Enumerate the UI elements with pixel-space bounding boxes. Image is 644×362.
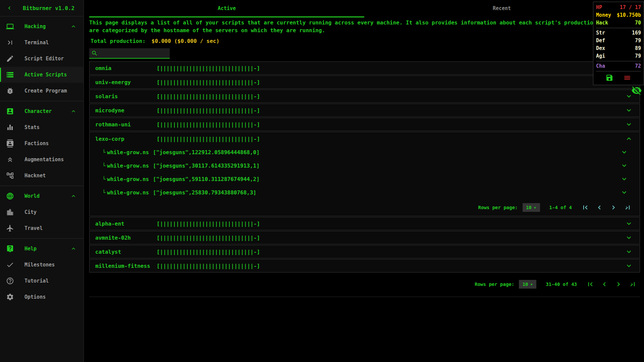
script-args: ["joesguns",59110.311287674944,2] [153, 176, 620, 182]
sidebar-item-active-scripts[interactable]: Active Scripts [0, 67, 84, 83]
overview-divider [596, 71, 641, 71]
sidebar-item-character[interactable]: Character [0, 103, 84, 119]
save-icon[interactable] [605, 74, 613, 82]
script-rows: └ while-grow.ns ["joesguns",122912.05896… [90, 145, 640, 199]
hack-value: 70 [635, 19, 641, 27]
server-row[interactable]: avmnite-02h [|||||||||||||||||||||||||||… [89, 231, 640, 244]
sidebar-header: Bitburner v1.0.2 [0, 0, 84, 16]
airplane-icon [6, 224, 14, 232]
server-row[interactable]: solaris [|||||||||||||||||||||||||||||-] [89, 89, 640, 103]
money-value: $10.750b [617, 11, 641, 19]
rows-per-page-label: Rows per page: [478, 205, 518, 210]
storage-icon [6, 71, 14, 79]
chevron-down-icon [620, 188, 628, 196]
search-input[interactable] [100, 50, 168, 57]
overview-money-row: Money $10.750b [596, 11, 641, 19]
server-progress-bar: [|||||||||||||||||||||||||||||-] [157, 93, 625, 100]
tab-active[interactable]: Active [89, 0, 364, 17]
sidebar-item-help[interactable]: Help [0, 241, 84, 257]
collapse-sidebar-icon[interactable] [6, 5, 13, 11]
sidebar-item-create-program[interactable]: Create Program [0, 83, 84, 99]
sidebar-item-label: Milestones [24, 262, 55, 268]
chevron-up-icon [70, 245, 77, 252]
server-row[interactable]: univ-energy [|||||||||||||||||||||||||||… [89, 75, 640, 89]
sidebar-item-stats[interactable]: Stats [0, 119, 84, 135]
sidebar-item-terminal[interactable]: Terminal [0, 35, 84, 51]
subdirectory-corner-glyph: └ [102, 189, 107, 196]
money-label: Money [596, 11, 611, 19]
city-icon [6, 208, 14, 216]
server-row[interactable]: catalyst [|||||||||||||||||||||||||||||-… [89, 245, 640, 258]
chevron-down-icon [625, 106, 633, 114]
hp-value: 17 / 17 [620, 4, 641, 11]
server-hostname: rothman-uni [95, 121, 157, 128]
previous-page-button[interactable] [600, 280, 608, 288]
rows-per-page-value: 10 [523, 282, 528, 287]
sidebar-section-world: World City Travel [0, 186, 84, 239]
script-row[interactable]: └ while-grow.ns ["joesguns",25830.793438… [90, 186, 640, 199]
last-page-button[interactable] [624, 203, 632, 212]
chevron-up-icon [70, 23, 77, 30]
chevron-down-icon [625, 234, 633, 242]
character-overview-panel: HP 17 / 17 Money $10.750b Hack 70 Str 16… [593, 2, 644, 85]
first-page-button[interactable] [586, 280, 594, 288]
sidebar-section-help: Help Milestones Tutorial Options [0, 239, 84, 307]
str-label: Str [596, 29, 605, 37]
overview-divider [596, 28, 641, 28]
hack-label: Hack [596, 19, 608, 27]
chevron-up-icon [70, 108, 77, 115]
first-page-button[interactable] [581, 203, 589, 212]
visibility-off-icon[interactable] [631, 85, 642, 96]
next-page-button[interactable] [614, 280, 623, 288]
description-line-1: This page displays a list of all of your… [89, 19, 644, 26]
sidebar-item-options[interactable]: Options [0, 289, 84, 305]
sidebar-item-factions[interactable]: Factions [0, 135, 84, 152]
script-row[interactable]: └ while-grow.ns ["joesguns",30117.614335… [90, 159, 640, 172]
server-row[interactable]: microdyne [|||||||||||||||||||||||||||||… [89, 104, 640, 117]
previous-page-button[interactable] [595, 203, 603, 212]
server-hostname: millenium-fitness [95, 263, 157, 269]
overview-def-row: Def 79 [596, 37, 641, 45]
pagination-range: 31-40 of 43 [546, 282, 577, 287]
dex-label: Dex [596, 45, 605, 52]
sidebar-item-hacknet[interactable]: Hacknet [0, 168, 84, 184]
sidebar-item-script-editor[interactable]: Script Editor [0, 51, 84, 67]
sidebar-item-label: Hacknet [24, 173, 46, 179]
sidebar-item-label: City [24, 209, 37, 215]
server-row[interactable]: lexo-corp [|||||||||||||||||||||||||||||… [90, 132, 640, 145]
sidebar-item-milestones[interactable]: Milestones [0, 257, 84, 273]
scripts-tabs: Active Recent [89, 0, 639, 17]
chevron-down-icon [620, 162, 628, 170]
server-hostname: avmnite-02h [95, 235, 157, 241]
sidebar-item-travel[interactable]: Travel [0, 220, 84, 236]
person-box-icon [6, 107, 14, 115]
server-hostname: omnia [95, 65, 157, 71]
server-progress-bar: [|||||||||||||||||||||||||||||-] [157, 121, 625, 128]
script-row[interactable]: └ while-grow.ns ["joesguns",122912.05896… [90, 145, 640, 159]
rows-per-page-select[interactable]: 10 ▾ [523, 203, 540, 212]
chevron-down-icon [625, 262, 633, 270]
script-row[interactable]: └ while-grow.ns ["joesguns",59110.311287… [90, 172, 640, 186]
server-pagination: Rows per page: 10 ▾ 31-40 of 43 [89, 276, 640, 293]
script-args: ["joesguns",25830.79343880768,3] [153, 189, 620, 196]
select-caret-icon: ▾ [530, 282, 533, 287]
server-row[interactable]: millenium-fitness [|||||||||||||||||||||… [89, 259, 640, 273]
next-page-button[interactable] [609, 203, 618, 212]
server-row[interactable]: omnia [|||||||||||||||||||||||||||||-] [89, 61, 640, 75]
sidebar-item-world[interactable]: World [0, 188, 84, 204]
menu-lines-icon[interactable] [623, 73, 632, 82]
rows-per-page-select[interactable]: 10 ▾ [519, 280, 536, 289]
list-bottom-divider [89, 297, 640, 297]
sidebar-item-hacking[interactable]: Hacking [0, 18, 84, 35]
server-rows-top: omnia [|||||||||||||||||||||||||||||-] u… [89, 61, 640, 131]
server-row[interactable]: rothman-uni [|||||||||||||||||||||||||||… [89, 118, 640, 131]
sidebar-item-augmentations[interactable]: Augmentations [0, 152, 84, 168]
sidebar-item-tutorial[interactable]: Tutorial [0, 273, 84, 289]
last-page-button[interactable] [629, 280, 637, 288]
sidebar-item-label: Options [24, 294, 46, 300]
server-row[interactable]: alpha-ent [|||||||||||||||||||||||||||||… [89, 217, 640, 230]
pencil-icon [6, 55, 14, 63]
subdirectory-corner-glyph: └ [102, 163, 107, 169]
network-tree-icon [6, 172, 14, 180]
sidebar-item-city[interactable]: City [0, 204, 84, 220]
